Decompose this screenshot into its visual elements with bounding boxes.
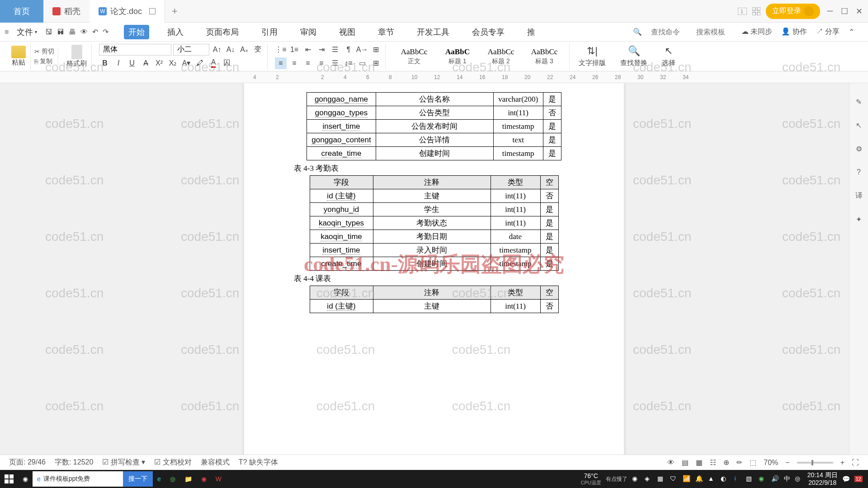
- translate-icon[interactable]: 译: [854, 191, 864, 201]
- web-view-icon[interactable]: ⊕: [723, 458, 729, 467]
- tab-document[interactable]: W 论文.doc: [90, 0, 165, 23]
- bold-button[interactable]: B: [99, 57, 111, 69]
- align-justify-icon[interactable]: ≡: [316, 57, 327, 69]
- tray-icon-7[interactable]: ▲: [708, 475, 716, 483]
- weather-widget[interactable]: 76°C CPU温度: [581, 473, 601, 485]
- search-icon[interactable]: 🔍: [633, 28, 642, 36]
- maximize-button[interactable]: ☐: [840, 7, 849, 16]
- tabs-icon[interactable]: ⊞: [370, 44, 382, 56]
- tray-icon-9[interactable]: ▧: [746, 475, 754, 483]
- volume-icon[interactable]: 🔊: [771, 475, 779, 483]
- italic-button[interactable]: I: [113, 57, 124, 69]
- search-template-input[interactable]: [696, 28, 732, 36]
- menu-more[interactable]: 推: [523, 25, 540, 39]
- layout-num-icon[interactable]: 1: [738, 8, 747, 15]
- task-app1[interactable]: ◉: [197, 470, 211, 488]
- align-right-icon[interactable]: ≡: [302, 57, 314, 69]
- menu-insert[interactable]: 插入: [163, 25, 188, 39]
- subscript-button[interactable]: X₂: [167, 57, 179, 69]
- help-icon[interactable]: ?: [854, 167, 864, 177]
- tray-icon-11[interactable]: ◎: [795, 475, 803, 483]
- spellcheck-toggle[interactable]: ☑ 拼写检查 ▾: [102, 458, 145, 467]
- align-left-icon[interactable]: ≡: [275, 57, 287, 69]
- menu-pagelayout[interactable]: 页面布局: [202, 25, 243, 39]
- char-border-icon[interactable]: 囚: [221, 57, 233, 69]
- tab-restore-icon[interactable]: [149, 8, 156, 14]
- show-marks-icon[interactable]: ¶: [343, 44, 354, 56]
- ltr-icon[interactable]: A→: [356, 44, 368, 56]
- print-view-icon[interactable]: ▦: [696, 458, 703, 467]
- grow-font-icon[interactable]: A↑: [211, 44, 223, 56]
- print-preview-icon[interactable]: 👁: [80, 28, 88, 36]
- tab-add-button[interactable]: +: [165, 5, 184, 17]
- style-0[interactable]: AaBbCc正文: [394, 44, 434, 69]
- increase-indent-icon[interactable]: ⇥: [316, 44, 327, 56]
- missing-fonts[interactable]: T? 缺失字体: [239, 458, 278, 467]
- style-2[interactable]: AaBbCc标题 2: [481, 44, 521, 69]
- file-menu[interactable]: 文件 ▾: [13, 27, 41, 38]
- task-360[interactable]: ◎: [165, 470, 180, 488]
- fit-width-icon[interactable]: ⬚: [750, 458, 756, 467]
- taskbar-search[interactable]: e 课件模板ppt免费: [33, 471, 123, 487]
- task-wps[interactable]: W: [211, 470, 226, 488]
- format-painter-label[interactable]: 格式刷: [66, 59, 87, 68]
- tray-icon-10[interactable]: ◉: [759, 475, 767, 483]
- zoom-out-icon[interactable]: −: [785, 459, 789, 467]
- tray-icon-6[interactable]: 🔔: [695, 475, 703, 483]
- zoom-in-icon[interactable]: +: [840, 459, 844, 467]
- tray-icon-3[interactable]: ▦: [657, 475, 665, 483]
- read-view-icon[interactable]: ▤: [682, 458, 689, 467]
- format-painter-icon[interactable]: [71, 45, 82, 59]
- menu-start[interactable]: 开始: [124, 25, 149, 39]
- share-button[interactable]: ↗ 分享: [816, 27, 840, 37]
- bluetooth-icon[interactable]: ᚼ: [733, 475, 741, 483]
- login-button[interactable]: 立即登录: [766, 4, 820, 19]
- print-icon[interactable]: 🖶: [69, 28, 76, 36]
- copilot-icon[interactable]: ◉: [18, 470, 33, 488]
- save-as-icon[interactable]: 🖬: [57, 28, 64, 36]
- grid-icon[interactable]: [752, 7, 760, 15]
- hamburger-icon[interactable]: ≡: [5, 28, 9, 36]
- undo-icon[interactable]: ↶: [92, 28, 98, 36]
- fullscreen-icon[interactable]: ⛶: [852, 459, 859, 467]
- clear-format-icon[interactable]: Aₓ: [238, 44, 250, 56]
- notification-icon[interactable]: 💬: [842, 475, 850, 483]
- search-button[interactable]: 搜一下: [123, 471, 153, 487]
- strikethrough-button[interactable]: A̶: [140, 57, 151, 69]
- sort-icon[interactable]: ☰: [329, 44, 341, 56]
- distribute-icon[interactable]: ☰: [329, 57, 341, 69]
- proofread-toggle[interactable]: ☑ 文档校对: [154, 458, 191, 467]
- tray-icon-2[interactable]: ◈: [645, 475, 653, 483]
- menu-chapter[interactable]: 章节: [373, 25, 399, 39]
- search-command-input[interactable]: [651, 28, 687, 36]
- eye-icon[interactable]: 👁: [667, 459, 675, 467]
- numbering-icon[interactable]: 1≡: [288, 44, 300, 56]
- text-layout-button[interactable]: ⇅|文字排版: [573, 45, 611, 67]
- close-button[interactable]: ✕: [854, 7, 863, 16]
- tab-home[interactable]: 首页: [0, 0, 43, 23]
- underline-button[interactable]: U: [126, 57, 138, 69]
- word-count[interactable]: 字数: 12520: [55, 458, 93, 467]
- cut-button[interactable]: ✂ 剪切: [34, 47, 54, 56]
- select-button[interactable]: ↖选择: [656, 45, 681, 67]
- borders-icon[interactable]: ⊞: [370, 57, 382, 69]
- zoom-value[interactable]: 70%: [764, 459, 778, 467]
- superscript-button[interactable]: X²: [153, 57, 165, 69]
- slider-icon[interactable]: ⚙: [854, 144, 864, 154]
- font-name-select[interactable]: [99, 44, 171, 56]
- font-color-icon[interactable]: A: [208, 57, 219, 69]
- cloud-unsync[interactable]: ☁ 未同步: [741, 27, 772, 37]
- clock[interactable]: 20:14 周日 2022/9/18: [807, 471, 838, 487]
- ime-indicator[interactable]: 中: [784, 475, 790, 483]
- find-replace-button[interactable]: 🔍查找替换: [615, 45, 653, 67]
- shading-icon[interactable]: ▭: [356, 57, 368, 69]
- line-spacing-icon[interactable]: ↕≡: [343, 57, 354, 69]
- tray-icon-4[interactable]: 🛡: [670, 475, 678, 483]
- paste-icon[interactable]: [11, 46, 26, 58]
- menu-devtools[interactable]: 开发工具: [412, 25, 454, 39]
- minimize-button[interactable]: ─: [826, 7, 835, 16]
- text-effects-icon[interactable]: A▾: [180, 57, 192, 69]
- align-center-icon[interactable]: ≡: [288, 57, 300, 69]
- outline-view-icon[interactable]: ☷: [710, 458, 716, 467]
- task-ie[interactable]: e: [153, 470, 165, 488]
